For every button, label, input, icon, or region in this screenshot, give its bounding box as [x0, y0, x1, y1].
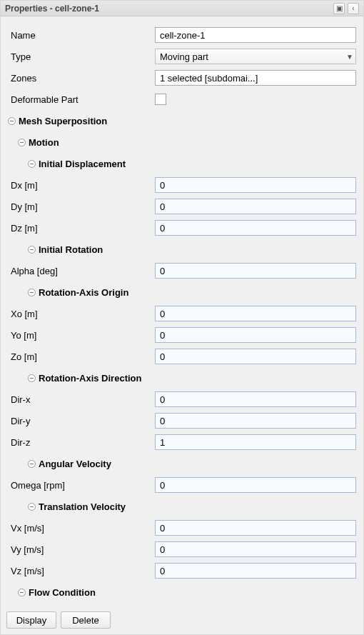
omega-input[interactable]	[155, 477, 356, 493]
yo-input[interactable]	[155, 327, 356, 343]
dirz-input[interactable]	[155, 434, 356, 450]
deformable-label: Deformable Part	[11, 94, 79, 105]
disclosure-icon[interactable]	[28, 374, 36, 382]
diry-input[interactable]	[155, 413, 356, 429]
dx-input[interactable]	[155, 177, 356, 193]
initial-displacement-header: Initial Displacement	[39, 159, 126, 169]
collapse-icon[interactable]: ‹	[348, 3, 359, 14]
disclosure-icon[interactable]	[8, 117, 16, 125]
xo-label: Xo [m]	[11, 309, 38, 319]
vy-label: Vy [m/s]	[11, 544, 44, 555]
omega-label: Omega [rpm]	[11, 480, 65, 491]
yo-label: Yo [m]	[11, 330, 36, 341]
alpha-label: Alpha [deg]	[11, 266, 58, 276]
display-button[interactable]: Display	[6, 611, 56, 629]
dy-label: Dy [m]	[11, 201, 38, 212]
titlebar: Properties - cell-zone-1 ▣ ‹	[1, 1, 363, 16]
disclosure-icon[interactable]	[28, 460, 36, 468]
disclosure-icon[interactable]	[18, 589, 26, 596]
dz-label: Dz [m]	[11, 223, 38, 234]
vz-label: Vz [m/s]	[11, 566, 44, 576]
disclosure-icon[interactable]	[28, 246, 36, 254]
zo-label: Zo [m]	[11, 351, 37, 362]
alpha-input[interactable]	[155, 263, 356, 279]
type-label: Type	[11, 51, 31, 62]
disclosure-icon[interactable]	[28, 289, 36, 296]
deformable-checkbox[interactable]	[155, 94, 166, 105]
flow-condition-header: Flow Condition	[29, 587, 96, 598]
translation-velocity-header: Translation Velocity	[39, 501, 126, 512]
motion-header: Motion	[29, 137, 59, 148]
mesh-superposition-header: Mesh Superposition	[19, 116, 107, 126]
panel-title: Properties - cell-zone-1	[5, 4, 330, 14]
diry-label: Dir-y	[11, 416, 30, 426]
vz-input[interactable]	[155, 563, 356, 579]
dx-label: Dx [m]	[11, 180, 38, 191]
name-label: Name	[11, 30, 36, 41]
rotation-axis-origin-header: Rotation-Axis Origin	[39, 287, 128, 298]
zones-input[interactable]	[155, 70, 356, 86]
dirz-label: Dir-z	[11, 437, 30, 448]
dirx-input[interactable]	[155, 391, 356, 407]
dz-input[interactable]	[155, 220, 356, 236]
type-select[interactable]	[155, 49, 356, 64]
rotation-axis-direction-header: Rotation-Axis Direction	[39, 373, 141, 384]
disclosure-icon[interactable]	[28, 160, 36, 168]
name-input[interactable]	[155, 27, 356, 43]
zones-label: Zones	[11, 73, 36, 84]
disclosure-icon[interactable]	[28, 503, 36, 511]
disclosure-icon[interactable]	[18, 139, 26, 146]
vy-input[interactable]	[155, 541, 356, 557]
delete-button[interactable]: Delete	[61, 611, 111, 629]
initial-rotation-header: Initial Rotation	[39, 244, 103, 255]
zo-input[interactable]	[155, 349, 356, 364]
footer: Display Delete	[1, 606, 363, 634]
vx-input[interactable]	[155, 520, 356, 536]
dirx-label: Dir-x	[11, 394, 30, 405]
xo-input[interactable]	[155, 306, 356, 321]
properties-panel: Properties - cell-zone-1 ▣ ‹ Name Type ▼…	[0, 0, 364, 635]
detach-icon[interactable]: ▣	[333, 3, 345, 14]
panel-content: Name Type ▼ Zones Deformable Part Mesh	[1, 16, 363, 606]
angular-velocity-header: Angular Velocity	[39, 459, 111, 469]
dy-input[interactable]	[155, 199, 356, 214]
vx-label: Vx [m/s]	[11, 523, 44, 534]
